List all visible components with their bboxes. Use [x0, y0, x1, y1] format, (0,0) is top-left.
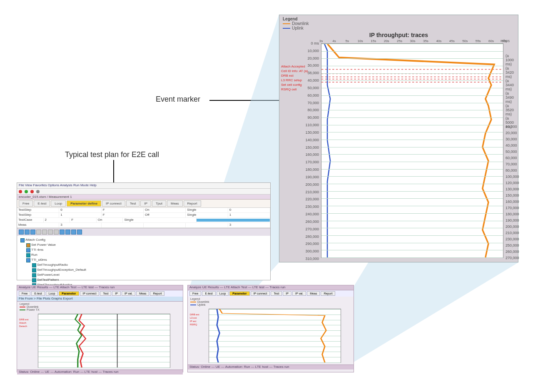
tab-loop[interactable]: Loop — [51, 200, 66, 207]
r-tick-val: 160,000 — [506, 200, 519, 204]
tab-free[interactable]: Free — [19, 200, 33, 207]
tree-node[interactable]: TTI_ul0ms — [25, 257, 268, 262]
r-tick-val: 270,000 — [506, 256, 519, 260]
small-tab[interactable]: IP — [283, 291, 291, 296]
small-subbar[interactable]: File From > File Plots Graphs Export — [17, 297, 183, 302]
r-tick-val: 130,000 — [506, 187, 519, 191]
small-tab[interactable]: Test — [100, 291, 111, 296]
plot-area[interactable] — [321, 43, 503, 258]
toolbar-icon[interactable] — [25, 190, 28, 193]
y-tick: 190,000 — [296, 175, 319, 179]
event-label: Attach Accepted — [281, 65, 305, 69]
tree-node[interactable]: Attach Config — [20, 237, 268, 242]
small-tab[interactable]: IP — [112, 291, 121, 296]
toggle-bar[interactable] — [17, 228, 270, 236]
x-tick: 55s — [476, 39, 481, 43]
toggle-button[interactable] — [71, 230, 76, 235]
toggle-button[interactable] — [60, 230, 65, 235]
parameter-grid[interactable]: TestStep0FOnSingle0TestStep1FOffSingle1T… — [17, 207, 270, 228]
toggle-button[interactable] — [19, 230, 24, 235]
small-tab[interactable]: IP val. — [292, 291, 306, 296]
r-tick-val: 10,000 — [506, 125, 517, 129]
trace-svg — [321, 44, 503, 257]
small-tab[interactable]: E-test — [31, 291, 45, 296]
small-header-r: Analyze UE Results — LTE Attach Test — L… — [188, 285, 354, 290]
tab-bar[interactable]: FreeE-testLoopParameter defineIP connect… — [17, 200, 270, 207]
toggle-button[interactable] — [36, 230, 41, 235]
menubar[interactable]: File View Favorites Options Analysis Run… — [17, 183, 270, 189]
r-tick-val: 50,000 — [506, 150, 517, 154]
toolbar-icon[interactable] — [36, 190, 40, 193]
tab-ip[interactable]: IP — [140, 200, 151, 207]
toggle-button[interactable] — [30, 230, 35, 235]
toggle-button[interactable] — [25, 230, 30, 235]
y-tick: 270,000 — [296, 227, 319, 231]
y-tick: 60,000 — [296, 93, 319, 97]
small-tab[interactable]: Meas — [307, 291, 320, 296]
tree-node[interactable]: SetPowerLevel — [31, 272, 268, 277]
chartlet-right[interactable]: DRB est L3 est IP est RSRQ — [209, 309, 341, 363]
toggle-button[interactable] — [54, 230, 59, 235]
small-tab[interactable]: Free — [189, 291, 201, 296]
small-tab[interactable]: Loop — [217, 291, 229, 296]
tab-meas[interactable]: Meas — [167, 200, 183, 207]
y-tick: 160,000 — [296, 152, 319, 157]
toolbar-icon[interactable] — [19, 190, 22, 193]
tab-test[interactable]: Test — [126, 200, 140, 207]
small-tabs-left[interactable]: FreeE-testLoopParameterIP connectTestIPI… — [17, 290, 183, 297]
small-tab[interactable]: IP val. — [122, 291, 135, 296]
tab-e-test[interactable]: E-test — [34, 200, 50, 207]
r-tick-val: 30,000 — [506, 137, 517, 141]
small-tab[interactable]: IP connect — [80, 291, 100, 296]
event-label: Cell ID info: AT (a) — [281, 70, 308, 73]
small-tab[interactable]: Report — [150, 291, 164, 296]
table-row[interactable]: Meas33 — [17, 223, 270, 228]
r-tick-time: (a 3490 ms) — [506, 91, 518, 104]
r-tick-val: 170,000 — [506, 206, 519, 210]
x-tick: 35s — [423, 39, 428, 43]
small-panel-throughput: Analyze UE Results — LTE Attach Test — L… — [187, 285, 354, 372]
small-tab[interactable]: Meas — [136, 291, 149, 296]
tree-node[interactable]: SetThroughputException_Default — [31, 267, 268, 272]
y-tick: 20,000 — [296, 56, 319, 60]
callout-event-marker: Event marker — [156, 95, 200, 104]
toggle-button[interactable] — [48, 230, 53, 235]
tree-node[interactable]: SetTestPattern — [31, 277, 268, 282]
table-row[interactable]: TestCase2FOnSingle — [17, 218, 270, 223]
tab-tput[interactable]: Tput — [152, 200, 166, 207]
small-tab[interactable]: Parameter — [59, 291, 79, 296]
small-tab[interactable]: Free — [19, 291, 30, 296]
r-tick-val: 150,000 — [506, 193, 519, 197]
small-tab[interactable]: IP connect — [251, 291, 270, 296]
tab-report[interactable]: Report — [184, 200, 201, 207]
toolbar-icon[interactable] — [30, 190, 34, 193]
toggle-button[interactable] — [42, 230, 47, 235]
small-tab[interactable]: E-test — [202, 291, 215, 296]
tree-node[interactable]: Set Power Value — [25, 242, 268, 247]
table-row[interactable]: TestStep0FOnSingle0 — [17, 208, 270, 213]
tree-node[interactable]: SetThroughputRadio — [31, 262, 268, 267]
tab-ip-connect[interactable]: IP connect — [102, 200, 125, 207]
small-tab[interactable]: Report — [321, 291, 335, 296]
r-tick-val: 210,000 — [506, 231, 519, 235]
tab-parameter-define[interactable]: Parameter define — [67, 200, 101, 207]
event-label: L3 RRC setup — [281, 79, 302, 82]
small-tab[interactable]: Parameter — [229, 291, 249, 296]
r-tick-val: 40,000 — [506, 143, 517, 147]
x-tick: 3s — [319, 39, 323, 43]
tree-node[interactable]: Run — [25, 252, 268, 257]
toggle-button[interactable] — [65, 230, 70, 235]
r-tick-val: 80,000 — [506, 168, 517, 172]
small-tabs-right[interactable]: FreeE-testLoopParameterIP connectTestIPI… — [188, 290, 354, 297]
chartlet-left[interactable]: DRB est Attach Detach — [38, 314, 170, 368]
y-tick: 240,000 — [296, 212, 319, 216]
table-row[interactable]: TestStep1FOffSingle1 — [17, 213, 270, 218]
x-tick: 10s — [358, 39, 363, 43]
toggle-button[interactable] — [77, 230, 82, 235]
tree-node[interactable]: TTI 4ms — [25, 247, 268, 252]
toolbar[interactable] — [17, 189, 270, 195]
y-tick: 90,000 — [296, 115, 319, 120]
small-tab[interactable]: Test — [271, 291, 282, 296]
small-tab[interactable]: Loop — [46, 291, 58, 296]
r-tick-val: 70,000 — [506, 162, 517, 166]
